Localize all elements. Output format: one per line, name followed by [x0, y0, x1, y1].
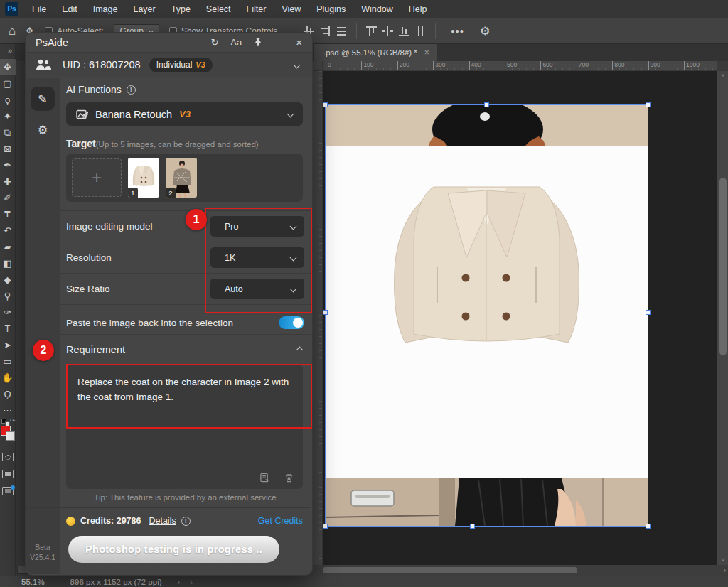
settings-row: Image editing model Pro [60, 211, 311, 242]
vertical-scroll-thumb[interactable] [719, 178, 727, 355]
info-icon[interactable]: ! [127, 85, 136, 95]
horizontal-scrollbar[interactable]: › [307, 565, 728, 576]
more-options-icon[interactable]: ••• [451, 25, 464, 37]
status-scroll-left-icon[interactable]: ‹ [190, 578, 193, 586]
settings-rows: Image editing model Pro Resolution 1K [60, 210, 311, 305]
info-icon[interactable]: ! [181, 517, 191, 526]
text-size-icon[interactable]: Aa [230, 37, 242, 48]
requirement-header[interactable]: Requirement [60, 338, 311, 361]
transform-handle[interactable] [484, 102, 489, 107]
scroll-down-icon[interactable]: ˅ [717, 556, 728, 564]
align-top-edges-icon[interactable] [365, 26, 378, 37]
scroll-right-icon[interactable]: › [724, 565, 726, 576]
home-icon[interactable]: ⌂ [9, 24, 16, 38]
users-icon [36, 59, 51, 70]
document-image[interactable] [326, 105, 648, 526]
thumbnail-number: 2 [166, 188, 176, 198]
paste-back-label: Paste the image back into the selection [66, 318, 233, 328]
align-bottom-edges-icon[interactable] [398, 26, 410, 37]
external-edit-icon[interactable] [2, 487, 14, 495]
menu-item[interactable]: Window [353, 4, 400, 14]
menu-item[interactable]: Plugins [309, 4, 353, 14]
edit-function-tab[interactable]: ✎ [31, 87, 55, 111]
distribute-vertical-icon[interactable] [414, 26, 427, 37]
ruler-tick: 900 [648, 61, 660, 71]
background-color-swatch[interactable] [6, 431, 15, 441]
beta-version-label: Beta V25.4.1 [26, 542, 60, 563]
ruler-tick: 500 [505, 61, 517, 71]
menu-bar: Ps FileEditImageLayerTypeSelectFilterVie… [0, 0, 728, 18]
transform-handle[interactable] [646, 102, 651, 107]
menu-item[interactable]: View [274, 4, 309, 14]
align-right-edges-icon[interactable] [319, 26, 331, 37]
menu-item[interactable]: Layer [125, 4, 163, 14]
swap-colors-icon[interactable]: ↷ [10, 417, 16, 424]
target-thumbnail-2[interactable]: 2 [166, 158, 197, 198]
vertical-scrollbar[interactable]: ˄ ˅ [717, 71, 728, 565]
trash-icon[interactable] [284, 473, 294, 483]
close-panel-icon[interactable]: × [296, 36, 302, 48]
status-proxy-arrow-icon[interactable]: › [178, 578, 181, 586]
submit-button[interactable]: Photoshop testing is in progress .. [68, 536, 279, 563]
gear-icon[interactable]: ⚙ [480, 24, 490, 38]
chevron-down-icon[interactable] [294, 61, 301, 68]
psaide-panel: PsAide ↻ Aa — × UID : 618007208 Individu… [25, 32, 313, 576]
horizontal-scroll-thumb[interactable] [323, 567, 577, 573]
setting-label: Size Ratio [66, 284, 110, 294]
zoom-level[interactable]: 55.1% [21, 578, 45, 586]
distribute-icon[interactable] [336, 26, 348, 37]
get-credits-link[interactable]: Get Credits [258, 516, 303, 526]
transform-handle[interactable] [323, 102, 328, 107]
image-edit-icon [76, 109, 88, 119]
target-thumbnail-1[interactable]: 1 [128, 158, 159, 198]
panel-title-bar[interactable]: PsAide ↻ Aa — × [26, 33, 312, 52]
quick-mask-icon[interactable] [2, 453, 14, 461]
scroll-up-icon[interactable]: ˄ [717, 72, 728, 80]
transform-handle[interactable] [646, 524, 651, 529]
menu-item[interactable]: Type [164, 4, 198, 14]
transform-handle[interactable] [470, 524, 475, 529]
setting-select[interactable]: Pro [210, 216, 304, 237]
transform-handle[interactable] [323, 310, 328, 315]
document-tab-title: .psd @ 55.1% (RGB/8#) * [323, 48, 417, 57]
distribute-horizontal-centers-icon[interactable] [382, 26, 394, 37]
plan-name: Individual [156, 60, 193, 70]
chevron-down-icon [290, 254, 297, 262]
add-image-button[interactable]: + [72, 158, 122, 197]
screen-mode-icon[interactable] [2, 470, 14, 478]
menu-item[interactable]: File [24, 4, 54, 14]
thumbnail-number: 1 [128, 188, 138, 198]
transform-handle[interactable] [646, 310, 651, 315]
expand-toolbar-icon[interactable]: » [8, 44, 15, 59]
settings-tab[interactable]: ⚙ [31, 119, 55, 141]
divider [356, 23, 357, 39]
requirement-textarea[interactable]: Replace the coat on the character in Ima… [66, 364, 303, 489]
menu-item[interactable]: Edit [54, 4, 85, 14]
menu-item[interactable]: Help [401, 4, 435, 14]
refresh-icon[interactable]: ↻ [210, 37, 218, 48]
plan-version: V3 [196, 60, 205, 69]
menu-item[interactable]: Image [85, 4, 126, 14]
document-tab[interactable]: .psd @ 55.1% (RGB/8#) * × [314, 44, 437, 61]
panel-side-rail: ✎ ⚙ Beta V25.4.1 [26, 78, 60, 574]
prompt-template-icon[interactable] [259, 473, 270, 483]
minimize-icon[interactable]: — [274, 37, 284, 48]
function-select[interactable]: Banana Retouch V3 [66, 102, 303, 126]
close-tab-icon[interactable]: × [424, 48, 429, 58]
setting-label: Resolution [66, 252, 112, 263]
canvas[interactable] [323, 71, 717, 565]
plan-badge: Individual V3 [149, 58, 213, 72]
setting-select[interactable]: Auto [210, 279, 304, 299]
menu-item[interactable]: Filter [239, 4, 274, 14]
account-row[interactable]: UID : 618007208 Individual V3 [26, 52, 312, 77]
menu-item[interactable]: Select [198, 4, 239, 14]
setting-select[interactable]: 1K [210, 247, 304, 268]
function-name: Banana Retouch [95, 109, 172, 120]
paste-back-toggle[interactable] [279, 316, 304, 329]
pin-icon[interactable] [254, 38, 262, 47]
tool-icon: ◆ [4, 274, 11, 285]
color-swatches[interactable]: ↷ [0, 423, 16, 444]
details-link[interactable]: Details [149, 516, 176, 526]
photoshop-window: Ps FileEditImageLayerTypeSelectFilterVie… [0, 0, 728, 587]
transform-handle[interactable] [323, 524, 328, 529]
